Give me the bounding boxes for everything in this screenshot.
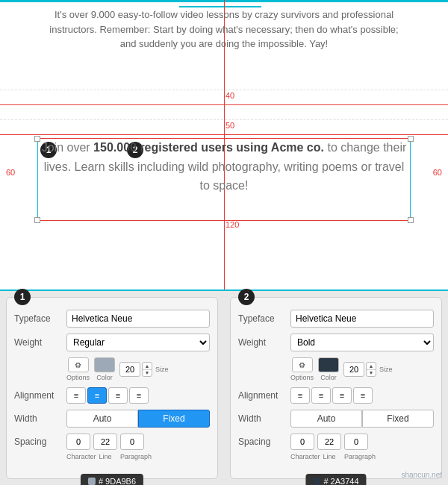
spacing-row-2: Spacing [238, 434, 434, 450]
spacing-char-2[interactable] [290, 434, 314, 450]
weight-select-1[interactable]: Regular [66, 334, 210, 351]
size-up-1[interactable]: ▲ [143, 363, 152, 370]
width-group-1: Auto Fixed [66, 410, 210, 428]
options-label-2: Options [290, 374, 314, 381]
spacing-labels-2: Character Line Paragraph [290, 453, 434, 460]
measure-60-right: 60 [433, 168, 442, 177]
align-right-2[interactable]: ≡ [332, 387, 352, 404]
top-text-block: It's over 9.000 easy-to-follow video les… [45, 7, 403, 51]
size-arrow-2[interactable]: ▲ ▼ [366, 362, 376, 377]
color-badge-text-1: # 9DA9B6 [99, 477, 136, 485]
spacing-para-2[interactable] [344, 434, 368, 450]
color-dot-2 [313, 478, 320, 485]
measure-60-left: 60 [6, 168, 15, 177]
size-wrap-1: ▲ ▼ Size [119, 362, 169, 377]
color-dot-1 [88, 478, 96, 485]
width-group-2: Auto Fixed [290, 410, 434, 428]
handle-br[interactable] [408, 217, 414, 223]
size-down-2[interactable]: ▼ [367, 370, 376, 377]
width-auto-1[interactable]: Auto [66, 410, 138, 428]
size-up-2[interactable]: ▲ [367, 363, 376, 370]
size-label-2: Size [379, 366, 393, 373]
panel-1-bubble: 1 [14, 289, 31, 305]
main-text-bold: 150.000 registered users using Acme co. [93, 141, 324, 154]
red-guide-h-1 [0, 104, 448, 105]
options-btn-1[interactable]: ⚙ Options [66, 357, 90, 381]
typeface-input-2[interactable] [290, 310, 434, 328]
size-label-1: Size [155, 366, 169, 373]
options-icon-2: ⚙ [292, 357, 313, 372]
main-text-plain: Join over [42, 141, 93, 154]
measure-50: 50 [225, 121, 234, 130]
panels-area: 1 Typeface Weight Regular ⚙ Options Colo… [0, 290, 448, 485]
width-fixed-2[interactable]: Fixed [362, 410, 434, 428]
weight-row-1: Weight Regular [14, 334, 210, 351]
alignment-row-1: Alignment ≡ ≡ ≡ ≡ [14, 387, 210, 404]
alignment-label-1: Alignment [14, 390, 66, 401]
weight-select-wrap-1: Regular [66, 334, 210, 351]
line-label-2: Line [317, 453, 341, 460]
size-arrow-1[interactable]: ▲ ▼ [142, 362, 152, 377]
width-row-1: Width Auto Fixed [14, 410, 210, 428]
align-right-1[interactable]: ≡ [108, 387, 128, 404]
handle-bl[interactable] [34, 217, 40, 223]
width-fixed-1[interactable]: Fixed [138, 410, 210, 428]
width-auto-2[interactable]: Auto [290, 410, 362, 428]
canvas-area: 40 50 120 60 60 It's over 9.000 easy-to-… [0, 0, 448, 291]
size-down-1[interactable]: ▼ [143, 370, 152, 377]
align-group-2: ≡ ≡ ≡ ≡ [290, 387, 373, 404]
weight-select-2[interactable]: Bold [290, 334, 434, 351]
spacing-para-1[interactable] [120, 434, 144, 450]
weight-label-1: Weight [14, 337, 66, 348]
options-row-1: ⚙ Options Color ▲ ▼ Size [66, 357, 210, 381]
color-label-1: Color [96, 374, 113, 381]
align-center-2[interactable]: ≡ [311, 387, 331, 404]
spacing-line-1[interactable] [93, 434, 117, 450]
panel-1: 1 Typeface Weight Regular ⚙ Options Colo… [6, 297, 218, 479]
color-btn-1[interactable]: Color [94, 357, 115, 381]
char-label-1: Character [66, 453, 90, 460]
align-justify-1[interactable]: ≡ [129, 387, 149, 404]
color-badge-1: # 9DA9B6 [81, 474, 143, 485]
align-group-1: ≡ ≡ ≡ ≡ [66, 387, 149, 404]
red-guide-h-2 [0, 134, 448, 135]
weight-select-wrap-2: Bold [290, 334, 434, 351]
spacing-label-2: Spacing [238, 436, 290, 447]
color-btn-2[interactable]: Color [318, 357, 339, 381]
color-label-2: Color [320, 374, 337, 381]
alignment-label-2: Alignment [238, 390, 290, 401]
spacing-line-2[interactable] [317, 434, 341, 450]
para-label-2: Paragraph [344, 453, 368, 460]
typeface-label-1: Typeface [14, 313, 66, 324]
width-label-1: Width [14, 413, 66, 424]
options-btn-2[interactable]: ⚙ Options [290, 357, 314, 381]
align-left-2[interactable]: ≡ [290, 387, 310, 404]
alignment-row-2: Alignment ≡ ≡ ≡ ≡ [238, 387, 434, 404]
width-row-2: Width Auto Fixed [238, 410, 434, 428]
size-input-1[interactable] [119, 362, 140, 377]
spacing-label-1: Spacing [14, 436, 66, 447]
color-swatch-1 [94, 357, 115, 372]
color-badge-text-2: # 2A3744 [323, 477, 358, 485]
sel-bottom [37, 220, 411, 221]
align-center-1[interactable]: ≡ [87, 387, 107, 404]
typeface-row-2: Typeface [238, 310, 434, 328]
size-wrap-2: ▲ ▼ Size [343, 362, 393, 377]
para-label-1: Paragraph [120, 453, 144, 460]
typeface-label-2: Typeface [238, 313, 290, 324]
typeface-input-1[interactable] [66, 310, 210, 328]
spacing-char-1[interactable] [66, 434, 90, 450]
measure-40: 40 [225, 91, 234, 100]
spacing-row-1: Spacing [14, 434, 210, 450]
options-icon-1: ⚙ [68, 357, 89, 372]
options-row-2: ⚙ Options Color ▲ ▼ Size [290, 357, 434, 381]
spacing-group-1 [66, 434, 210, 450]
align-justify-2[interactable]: ≡ [353, 387, 373, 404]
panel-2-bubble: 2 [238, 289, 255, 305]
spacing-group-2 [290, 434, 434, 450]
width-label-2: Width [238, 413, 290, 424]
options-label-1: Options [66, 374, 90, 381]
align-left-1[interactable]: ≡ [66, 387, 86, 404]
weight-label-2: Weight [238, 337, 290, 348]
size-input-2[interactable] [343, 362, 364, 377]
